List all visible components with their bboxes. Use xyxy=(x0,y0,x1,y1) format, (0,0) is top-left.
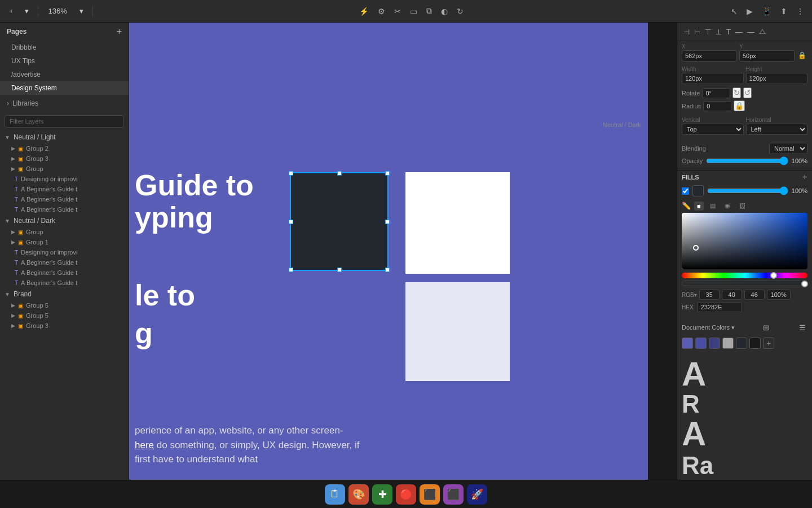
layer-text-nl-3[interactable]: T A Beginner's Guide t xyxy=(0,194,129,204)
page-item-dribbble[interactable]: Dribbble xyxy=(0,41,129,54)
taskbar-icon-figma[interactable]: 🎨 xyxy=(348,484,369,505)
rotate-ccw-button[interactable]: ↺ xyxy=(743,87,752,98)
alpha-input[interactable] xyxy=(767,290,791,300)
zoom-control[interactable]: 136% xyxy=(45,6,70,16)
color-tab-linear[interactable]: ▤ xyxy=(707,201,718,211)
layer-group5-b[interactable]: ▶ ▣ Group 5 xyxy=(0,310,129,321)
align-bottom-button[interactable]: — xyxy=(734,26,744,37)
height-input[interactable] xyxy=(746,73,808,84)
layer-text-nl-4[interactable]: T A Beginner's Guide t xyxy=(0,204,129,214)
device-icon[interactable]: 📱 xyxy=(761,6,773,17)
add-page-button[interactable]: + xyxy=(117,27,122,36)
hex-input[interactable] xyxy=(697,302,742,312)
zoom-dropdown[interactable]: ▾ xyxy=(77,6,86,16)
layer-group1[interactable]: ▶ ▣ Group 1 xyxy=(0,237,129,247)
hue-slider[interactable] xyxy=(682,273,807,278)
lock-xy-button[interactable]: 🔒 xyxy=(797,50,807,60)
opacity-slider-visual[interactable] xyxy=(682,281,807,286)
doc-swatch-1[interactable] xyxy=(695,338,707,349)
align-center-v-button[interactable]: T xyxy=(725,26,732,37)
layer-group-nl[interactable]: ▶ ▣ Group xyxy=(0,164,129,174)
add-dropdown[interactable]: ▾ xyxy=(23,6,31,16)
x-input[interactable] xyxy=(682,50,737,62)
opacity-slider[interactable] xyxy=(706,156,788,165)
doc-swatch-5[interactable] xyxy=(749,338,761,349)
green-input[interactable] xyxy=(722,290,742,300)
blending-select[interactable]: Normal Multiply Screen xyxy=(769,143,807,154)
scissors-icon[interactable]: ✂ xyxy=(393,6,402,17)
layer-text-nd-3[interactable]: T A Beginner's Guide t xyxy=(0,268,129,278)
layer-text-nl-1[interactable]: T Designing or improvi xyxy=(0,174,129,184)
fill-checkbox[interactable] xyxy=(682,187,689,195)
layer-group5-a[interactable]: ▶ ▣ Group 5 xyxy=(0,300,129,310)
add-fill-button[interactable]: + xyxy=(802,173,807,182)
radius-input[interactable] xyxy=(703,101,731,111)
lightning-icon[interactable]: ⚡ xyxy=(358,6,370,17)
layer-group3-brand[interactable]: ▶ ▣ Group 3 xyxy=(0,321,129,331)
vertical-select[interactable]: Top Middle Bottom xyxy=(682,124,744,135)
taskbar-icon-orange[interactable]: ⬛ xyxy=(420,484,440,505)
share-icon[interactable]: ⬆ xyxy=(779,6,788,17)
color-tab-radial[interactable]: ◉ xyxy=(722,201,733,211)
color-picker-area[interactable]: RGB▾ HEX xyxy=(677,213,812,320)
blue-box-bottom-left[interactable] xyxy=(290,282,389,381)
distribute-h-button[interactable]: — xyxy=(745,26,756,37)
layer-text-nl-2[interactable]: T A Beginner's Guide t xyxy=(0,184,129,194)
libraries-row[interactable]: › Libraries xyxy=(0,95,129,112)
selected-dark-box[interactable] xyxy=(290,172,389,271)
layer-text-nd-2[interactable]: T A Beginner's Guide t xyxy=(0,257,129,268)
doc-swatch-0[interactable] xyxy=(682,338,693,349)
doc-swatch-3[interactable] xyxy=(722,338,734,349)
section-neutral-dark-header[interactable]: ▼ Neutral / Dark xyxy=(0,214,129,227)
layer-group-nd[interactable]: ▶ ▣ Group xyxy=(0,227,129,237)
layer-text-nd-4[interactable]: T A Beginner's Guide t xyxy=(0,278,129,288)
taskbar-icon-launch[interactable]: 🚀 xyxy=(467,484,487,505)
color-tab-solid[interactable]: ■ xyxy=(694,202,704,211)
y-input[interactable] xyxy=(739,50,795,62)
doc-swatch-add-button[interactable]: + xyxy=(763,338,774,349)
color-tab-image[interactable]: 🖼 xyxy=(736,202,748,211)
eyedropper-icon[interactable]: ✏️ xyxy=(682,202,691,210)
align-right-button[interactable]: ⊤ xyxy=(703,26,713,37)
width-input[interactable] xyxy=(682,73,744,84)
pages-header[interactable]: Pages + xyxy=(0,23,129,41)
redo-icon[interactable]: ↻ xyxy=(456,6,465,17)
doc-swatch-2[interactable] xyxy=(709,338,720,349)
page-item-ux-tips[interactable]: UX Tips xyxy=(0,54,129,68)
frame-icon[interactable]: ▭ xyxy=(409,6,418,17)
settings-icon[interactable]: ⚙ xyxy=(377,6,386,17)
layers-icon[interactable]: ⧉ xyxy=(425,5,433,17)
radius-lock-button[interactable]: 🔒 xyxy=(734,100,745,111)
white-box-bottom-right[interactable] xyxy=(405,282,510,381)
layer-group3[interactable]: ▶ ▣ Group 3 xyxy=(0,154,129,164)
taskbar-icon-red[interactable]: 🔴 xyxy=(396,484,416,505)
taskbar-icon-notes[interactable]: 🗒 xyxy=(325,484,345,505)
doc-colors-grid-view[interactable]: ⊞ xyxy=(761,322,771,333)
layer-text-nd-1[interactable]: T Designing or improvi xyxy=(0,247,129,257)
pointer-icon[interactable]: ↖ xyxy=(730,6,739,17)
doc-swatch-4[interactable] xyxy=(736,338,747,349)
fill-opacity-slider[interactable] xyxy=(707,186,788,195)
contrast-icon[interactable]: ◐ xyxy=(440,6,449,17)
align-top-button[interactable]: ⊥ xyxy=(714,26,723,37)
filter-layers-input[interactable] xyxy=(5,115,124,128)
blue-input[interactable] xyxy=(744,290,765,300)
page-item-advertise[interactable]: /advertise xyxy=(0,68,129,81)
taskbar-icon-purple[interactable]: ⬛ xyxy=(443,484,464,505)
rgb-mode-label[interactable]: RGB▾ xyxy=(682,292,697,298)
color-gradient-canvas[interactable] xyxy=(682,213,807,269)
play-icon[interactable]: ▶ xyxy=(745,6,754,17)
more-icon[interactable]: ⋮ xyxy=(795,6,805,17)
taskbar-icon-add[interactable]: ✚ xyxy=(372,484,392,505)
align-left-button[interactable]: ⊣ xyxy=(682,26,691,37)
layer-group2[interactable]: ▶ ▣ Group 2 xyxy=(0,143,129,154)
fill-color-swatch[interactable] xyxy=(692,185,704,196)
white-box-top[interactable] xyxy=(405,172,510,274)
distribute-v-button[interactable]: ⧍ xyxy=(757,26,767,37)
section-brand-header[interactable]: ▼ Brand xyxy=(0,288,129,300)
red-input[interactable] xyxy=(699,290,720,300)
color-cursor[interactable] xyxy=(693,245,699,251)
section-neutral-light-header[interactable]: ▼ Neutral / Light xyxy=(0,131,129,143)
doc-colors-list-view[interactable]: ☰ xyxy=(797,322,807,333)
page-item-design-system[interactable]: Design System xyxy=(0,81,129,95)
